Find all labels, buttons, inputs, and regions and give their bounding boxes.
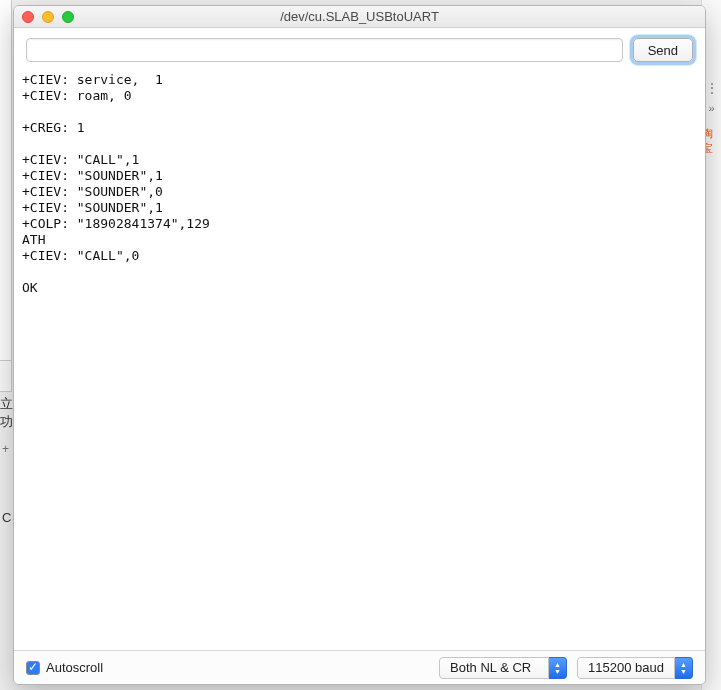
autoscroll-toggle[interactable]: Autoscroll [26,660,103,675]
footer-bar: Autoscroll Both NL & CR ▲▼ 115200 baud ▲… [14,650,705,684]
window-title: /dev/cu.SLAB_USBtoUART [14,9,705,24]
zoom-icon[interactable] [62,11,74,23]
line-ending-value: Both NL & CR [439,657,549,679]
kebab-icon: ⋮ [705,80,719,96]
background-plus-icon: + [2,442,9,456]
line-ending-select[interactable]: Both NL & CR ▲▼ [439,657,567,679]
autoscroll-label: Autoscroll [46,660,103,675]
updown-arrows-icon[interactable]: ▲▼ [549,657,567,679]
window-traffic-lights [22,11,74,23]
serial-monitor-window: /dev/cu.SLAB_USBtoUART Send +CIEV: servi… [13,5,706,685]
command-input[interactable] [26,38,623,62]
baud-rate-value: 115200 baud [577,657,675,679]
updown-arrows-icon[interactable]: ▲▼ [675,657,693,679]
baud-rate-select[interactable]: 115200 baud ▲▼ [577,657,693,679]
chevrons-right-icon: » [708,102,714,114]
background-left-panel [0,0,12,360]
autoscroll-checkbox[interactable] [26,661,40,675]
close-icon[interactable] [22,11,34,23]
background-c-char: C [2,510,11,525]
window-titlebar[interactable]: /dev/cu.SLAB_USBtoUART [14,6,705,28]
send-row: Send [14,28,705,70]
serial-output[interactable]: +CIEV: service, 1 +CIEV: roam, 0 +CREG: … [14,70,705,650]
background-left-divider [0,360,12,392]
minimize-icon[interactable] [42,11,54,23]
send-button[interactable]: Send [633,38,693,62]
